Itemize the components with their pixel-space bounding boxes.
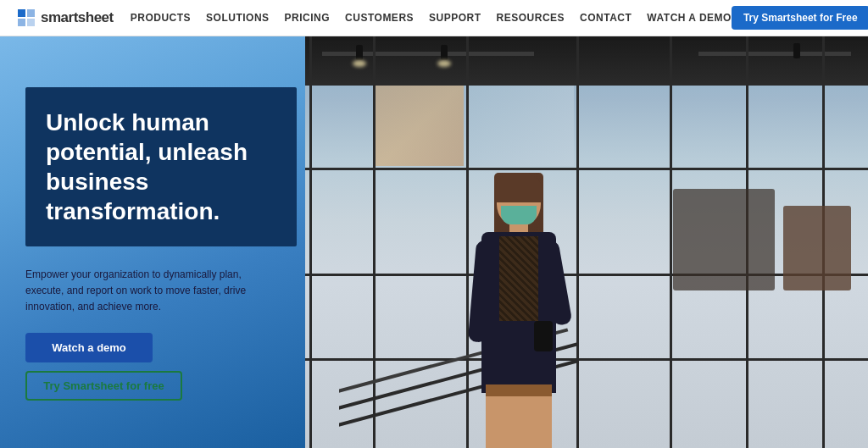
hair-top [496, 173, 542, 202]
nav-contact[interactable]: CONTACT [580, 12, 632, 24]
try-free-button[interactable]: Try Smartsheet for free [25, 371, 182, 401]
light-fixture-1 [356, 45, 363, 60]
svg-rect-2 [18, 19, 25, 26]
nav-solutions[interactable]: SOLUTIONS [206, 12, 270, 24]
nav-products[interactable]: PRODUCTS [131, 12, 191, 24]
mask [501, 206, 537, 224]
belt [486, 384, 552, 396]
try-smartsheet-button[interactable]: Try Smartsheet for Free [732, 6, 868, 30]
light-glow-2 [437, 60, 451, 67]
nav-customers[interactable]: CUSTOMERS [345, 12, 414, 24]
nav-support[interactable]: SUPPORT [429, 12, 481, 24]
hero-heading-box: Unlock human potential, unleash business… [25, 87, 297, 246]
light-track-1 [322, 52, 534, 56]
furniture-1 [783, 206, 851, 290]
logo[interactable]: smartsheet [17, 8, 114, 27]
chair-1 [673, 189, 775, 290]
nav-watch-demo[interactable]: WATCH A DEMO [647, 12, 732, 24]
hero-content: Unlock human potential, unleash business… [25, 87, 314, 401]
light-fixture-2 [441, 45, 448, 60]
ceiling [305, 36, 868, 83]
logo-text: smartsheet [41, 9, 114, 26]
hero-section: Unlock human potential, unleash business… [0, 36, 868, 448]
hero-heading: Unlock human potential, unleash business… [46, 108, 273, 226]
light-glow-1 [353, 60, 366, 67]
nav-resources[interactable]: RESOURCES [497, 12, 565, 24]
glass-line-5 [670, 36, 672, 448]
phone [534, 321, 553, 351]
svg-rect-0 [18, 9, 25, 17]
smartsheet-logo-icon [17, 8, 36, 27]
hero-right-image [305, 36, 868, 448]
nav-pricing[interactable]: PRICING [285, 12, 331, 24]
nav-links: PRODUCTS SOLUTIONS PRICING CUSTOMERS SUP… [131, 12, 732, 24]
watch-demo-button[interactable]: Watch a demo [25, 333, 153, 362]
svg-rect-3 [27, 19, 35, 26]
svg-rect-1 [27, 9, 35, 17]
light-track-2 [698, 52, 851, 56]
person-figure [451, 126, 587, 448]
light-fixture-3 [793, 43, 800, 58]
hero-subtext: Empower your organization to dynamically… [25, 267, 263, 316]
navbar: smartsheet PRODUCTS SOLUTIONS PRICING CU… [0, 0, 868, 36]
nav-actions: Try Smartsheet for Free Log In [732, 0, 868, 36]
shirt [499, 236, 538, 321]
